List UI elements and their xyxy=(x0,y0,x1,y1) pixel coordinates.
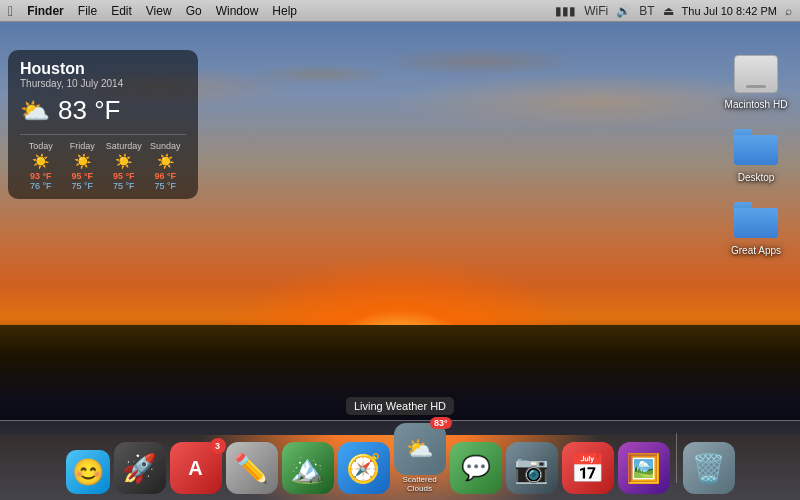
messages-icon: 💬 xyxy=(450,442,502,494)
weather-current: ⛅ 83 °F xyxy=(20,95,186,126)
forecast-sunday-low: 75 °F xyxy=(145,181,187,191)
safari-icon: 🧭 xyxy=(338,442,390,494)
forecast-today-icon: ☀️ xyxy=(20,153,62,169)
dock-item-photos[interactable]: Photos 🏔️ xyxy=(282,442,334,494)
menubar-go[interactable]: Go xyxy=(186,4,202,18)
scattered-clouds-label: ScatteredClouds xyxy=(402,475,436,494)
menubar-spotlight-icon[interactable]: ⌕ xyxy=(785,4,792,18)
desktop-icon-great-apps-label: Great Apps xyxy=(731,245,781,257)
menubar-volume-icon[interactable]: 🔊 xyxy=(616,4,631,18)
forecast-sunday: Sunday ☀️ 96 °F 75 °F xyxy=(145,141,187,191)
weather-current-icon: ⛅ xyxy=(20,97,50,125)
forecast-sunday-high: 96 °F xyxy=(145,171,187,181)
dock-item-trash[interactable]: Trash 🗑️ xyxy=(683,442,735,494)
notification-badge: 3 xyxy=(210,438,226,454)
dock-item-photos2[interactable]: Photos 🖼️ xyxy=(618,442,670,494)
apple-menu[interactable]:  xyxy=(8,3,13,19)
menubar-window[interactable]: Window xyxy=(216,4,259,18)
forecast-saturday: Saturday ☀️ 95 °F 75 °F xyxy=(103,141,145,191)
weather-badge: 83° xyxy=(430,417,452,429)
notification-icon: A 3 xyxy=(170,442,222,494)
forecast-saturday-high: 95 °F xyxy=(103,171,145,181)
forecast-today-low: 76 °F xyxy=(20,181,62,191)
camera-icon: 📷 xyxy=(506,442,558,494)
photos2-icon: 🖼️ xyxy=(618,442,670,494)
dock-item-ical[interactable]: iCal 📅 xyxy=(562,442,614,494)
weather-city: Houston xyxy=(20,60,186,78)
menubar:  Finder File Edit View Go Window Help ▮… xyxy=(0,0,800,22)
finder-icon: 😊 xyxy=(66,450,110,494)
forecast-friday-low: 75 °F xyxy=(62,181,104,191)
weather-widget[interactable]: Houston Thursday, 10 July 2014 ⛅ 83 °F T… xyxy=(8,50,198,199)
ical-icon: 📅 xyxy=(562,442,614,494)
desktop-icon-desktop[interactable]: Desktop xyxy=(724,125,788,184)
menubar-battery-icon[interactable]: ▮▮▮ xyxy=(555,4,576,18)
forecast-friday-icon: ☀️ xyxy=(62,153,104,169)
photos-icon: 🏔️ xyxy=(282,442,334,494)
forecast-today: Today ☀️ 93 °F 76 °F xyxy=(20,141,62,191)
dock: Living Weather HD Finder 😊 Launchpad 🚀 N… xyxy=(0,420,800,500)
dock-item-safari[interactable]: Safari 🧭 xyxy=(338,442,390,494)
forecast-today-high: 93 °F xyxy=(20,171,62,181)
desktop: Houston Thursday, 10 July 2014 ⛅ 83 °F T… xyxy=(0,22,800,500)
forecast-saturday-icon: ☀️ xyxy=(103,153,145,169)
menubar-file[interactable]: File xyxy=(78,4,97,18)
launchpad-icon: 🚀 xyxy=(114,442,166,494)
forecast-sunday-label: Sunday xyxy=(145,141,187,151)
dock-item-camera[interactable]: Camera 📷 xyxy=(506,442,558,494)
great-apps-folder-icon xyxy=(734,198,778,242)
menubar-edit[interactable]: Edit xyxy=(111,4,132,18)
menubar-finder[interactable]: Finder xyxy=(27,4,64,18)
trash-icon: 🗑️ xyxy=(683,442,735,494)
dock-item-finder[interactable]: Finder 😊 xyxy=(66,450,110,494)
forecast-friday: Friday ☀️ 95 °F 75 °F xyxy=(62,141,104,191)
menubar-bluetooth-icon[interactable]: BT xyxy=(639,4,654,18)
desktop-icon-desktop-label: Desktop xyxy=(738,172,775,184)
desktop-folder-icon xyxy=(734,125,778,169)
clouds-icon: ⛅ xyxy=(406,436,433,462)
dock-separator xyxy=(676,433,677,483)
menubar-datetime[interactable]: Thu Jul 10 8:42 PM xyxy=(682,5,777,17)
menubar-wifi-icon[interactable]: WiFi xyxy=(584,4,608,18)
dock-item-launchpad[interactable]: Launchpad 🚀 xyxy=(114,442,166,494)
forecast-saturday-label: Saturday xyxy=(103,141,145,151)
dock-item-messages[interactable]: Messages 💬 xyxy=(450,442,502,494)
weather-date: Thursday, 10 July 2014 xyxy=(20,78,186,89)
dock-inner: Finder 😊 Launchpad 🚀 Notification Center… xyxy=(60,423,741,496)
menubar-help[interactable]: Help xyxy=(272,4,297,18)
forecast-today-label: Today xyxy=(20,141,62,151)
weather-forecast: Today ☀️ 93 °F 76 °F Friday ☀️ 95 °F 75 … xyxy=(20,134,186,191)
menubar-time-machine-icon[interactable]: ⏏ xyxy=(663,4,674,18)
pencil-icon: ✏️ xyxy=(226,442,278,494)
ocean xyxy=(0,325,800,435)
dock-item-living-weather[interactable]: Living Weather HD 83° ⛅ ScatteredClouds xyxy=(394,423,446,494)
weather-temp: 83 °F xyxy=(58,95,120,126)
desktop-icon-macintosh-hd-label: Macintosh HD xyxy=(725,99,788,111)
forecast-friday-label: Friday xyxy=(62,141,104,151)
menubar-view[interactable]: View xyxy=(146,4,172,18)
forecast-saturday-low: 75 °F xyxy=(103,181,145,191)
desktop-icons: Macintosh HD Desktop Great Apps xyxy=(724,52,788,257)
desktop-icon-macintosh-hd[interactable]: Macintosh HD xyxy=(724,52,788,111)
forecast-sunday-icon: ☀️ xyxy=(145,153,187,169)
dock-item-pencil[interactable]: Edit ✏️ xyxy=(226,442,278,494)
dock-item-notification[interactable]: Notification Center A 3 xyxy=(170,442,222,494)
desktop-icon-great-apps[interactable]: Great Apps xyxy=(724,198,788,257)
living-weather-icon: 83° ⛅ xyxy=(394,423,446,475)
hd-icon xyxy=(734,52,778,96)
forecast-friday-high: 95 °F xyxy=(62,171,104,181)
